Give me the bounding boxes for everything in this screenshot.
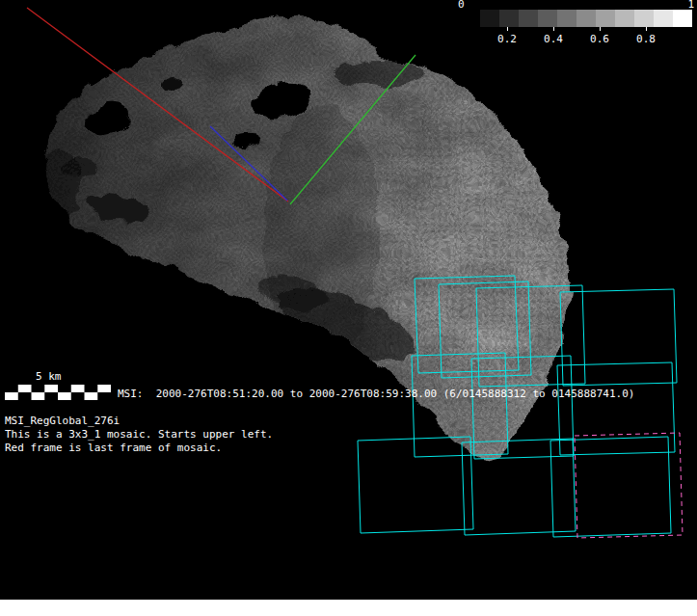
colorbar-tick bbox=[600, 27, 601, 31]
viewer-window: 0 1 0.20.40.60.8 5 km MSI: 2000-276T08:5… bbox=[0, 0, 697, 616]
asteroid-shape-model bbox=[19, 0, 612, 482]
mosaic-frame bbox=[358, 437, 473, 533]
colorbar-tick bbox=[507, 27, 508, 31]
colorbar-tick-label: 0.2 bbox=[497, 33, 517, 45]
mosaic-legend-note: Red frame is last frame of mosaic. bbox=[5, 442, 273, 455]
colorbar-tick-label: 0.4 bbox=[544, 33, 563, 45]
shadow-hole bbox=[158, 73, 181, 87]
scale-bar-checker bbox=[5, 385, 111, 400]
mosaic-info-block: MSI_RegGlobal_276i This is a 3x3_1 mosai… bbox=[5, 415, 273, 455]
mosaic-name: MSI_RegGlobal_276i bbox=[5, 415, 273, 428]
colorbar-tick bbox=[553, 27, 554, 31]
facet-noise bbox=[19, 0, 598, 482]
colorbar: 0 1 0.20.40.60.8 bbox=[461, 0, 692, 48]
scale-bar: 5 km bbox=[5, 370, 111, 400]
mosaic-frame bbox=[550, 437, 671, 537]
mosaic-description: This is a 3x3_1 mosaic. Starts upper lef… bbox=[5, 428, 273, 442]
colorbar-tick-label: 0.8 bbox=[636, 33, 656, 45]
colorbar-tick-label: 0.6 bbox=[590, 33, 609, 45]
bottom-strip bbox=[0, 600, 697, 616]
mosaic-last-frame bbox=[575, 433, 683, 538]
colorbar-gradient bbox=[461, 10, 692, 27]
colorbar-tick bbox=[646, 27, 647, 31]
shadow-patch bbox=[332, 56, 420, 85]
colorbar-ticks: 0.20.40.60.8 bbox=[461, 27, 692, 48]
scale-bar-label: 5 km bbox=[36, 370, 111, 383]
shape-model-viewport[interactable] bbox=[0, 0, 697, 616]
shadow-patch bbox=[29, 145, 77, 222]
mosaic-frame bbox=[560, 289, 677, 386]
observation-time-status: MSI: 2000-276T08:51:20.00 to 2000-276T08… bbox=[118, 388, 634, 400]
